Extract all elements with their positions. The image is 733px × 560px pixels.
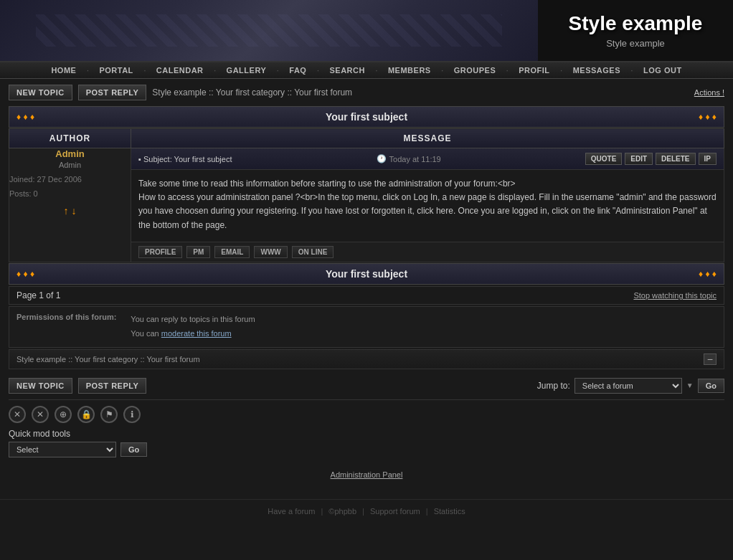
permissions-inner: Permissions of this forum: You can reply… — [16, 313, 717, 341]
pm-button[interactable]: PM — [186, 246, 210, 258]
author-name: Admin — [9, 148, 131, 159]
footer-phpbb[interactable]: ©phpbb — [328, 507, 356, 516]
subject-label: Subject: Your first subject — [143, 155, 232, 163]
stop-watching-link[interactable]: Stop watching this topic — [633, 291, 717, 300]
footer-statistics[interactable]: Statistics — [434, 507, 465, 516]
message-body: Take some time to read this information … — [131, 170, 724, 242]
subject-header-bottom: ♦ ♦ ♦ Your first subject ♦ ♦ ♦ — [9, 263, 724, 285]
jump-to: Jump to: Select a forum ▼ Go — [537, 378, 724, 394]
ip-button[interactable]: IP — [699, 153, 717, 165]
table-row: Admin Admin Joined: 27 Dec 2006 Posts: 0… — [9, 148, 724, 262]
subject-icons-right: ♦ ♦ ♦ — [699, 112, 717, 122]
nav-search[interactable]: SEARCH — [322, 64, 372, 77]
message-time: 🕐 Today at 11:19 — [377, 154, 441, 163]
site-subtitle: Style example — [606, 38, 665, 49]
jump-go-button[interactable]: Go — [698, 379, 724, 393]
actions-link[interactable]: Actions ! — [694, 88, 724, 97]
col-message: Message — [131, 129, 724, 148]
bottom-subject-title: Your first subject — [34, 268, 699, 280]
bottom-toolbar-left: NEW TOPIC POST REPLY — [9, 378, 146, 394]
bottom-toolbar: NEW TOPIC POST REPLY Jump to: Select a f… — [9, 372, 724, 399]
quote-button[interactable]: QUOTE — [585, 153, 623, 165]
main-content: NEW TOPIC POST REPLY Style example :: Yo… — [0, 79, 733, 492]
mod-icons: ✕ ✕ ⊕ 🔒 ⚑ ℹ — [9, 406, 724, 423]
header-title-area: Style example Style example — [538, 0, 733, 61]
author-rank: Admin — [9, 161, 131, 169]
mod-icon-cancel[interactable]: ✕ — [32, 406, 49, 423]
forum-path-text: Style example :: Your first category :: … — [16, 355, 200, 364]
mod-icon-lock[interactable]: 🔒 — [77, 406, 95, 423]
permissions-bar: Permissions of this forum: You can reply… — [9, 306, 724, 348]
perm-line1: You can reply to topics in this forum — [131, 313, 255, 327]
post-reply-button[interactable]: POST REPLY — [78, 85, 147, 100]
nav-calendar[interactable]: CALENDAR — [149, 64, 211, 77]
message-actions: QUOTE EDIT DELETE IP — [585, 153, 717, 165]
page-info: Page 1 of 1 — [16, 290, 60, 300]
nav-bar: HOME · PORTAL · CALENDAR · GALLERY · FAQ… — [0, 62, 733, 79]
nav-groupes[interactable]: GROUPES — [447, 64, 503, 77]
bottom-icons-left: ♦ ♦ ♦ — [16, 269, 34, 279]
mod-icon-flag[interactable]: ⚑ — [100, 406, 118, 423]
nav-messages[interactable]: MESSAGES — [566, 64, 628, 77]
mod-go-button[interactable]: Go — [120, 442, 147, 457]
jump-to-label: Jump to: — [537, 381, 570, 391]
nav-portal[interactable]: PORTAL — [92, 64, 140, 77]
bottom-post-reply-button[interactable]: POST REPLY — [78, 378, 147, 394]
subject-icons-left: ♦ ♦ ♦ — [16, 112, 34, 122]
admin-panel-section: Administration Panel — [9, 463, 724, 486]
bottom-icons-right: ♦ ♦ ♦ — [699, 269, 717, 279]
site-footer: Have a forum | ©phpbb | Support forum | … — [0, 499, 733, 523]
toolbar-left: NEW TOPIC POST REPLY Style example :: Yo… — [9, 85, 352, 100]
message-footer: PROFILE PM EMAIL WWW ON LINE — [131, 242, 724, 262]
quick-mod-section: ✕ ✕ ⊕ 🔒 ⚑ ℹ Quick mod tools Select Go — [9, 399, 724, 463]
post-arrows: ↑ ↓ — [9, 205, 131, 217]
new-topic-button[interactable]: NEW TOPIC — [9, 85, 72, 100]
forum-path-bar: Style example :: Your first category :: … — [9, 349, 724, 369]
edit-button[interactable]: EDIT — [625, 153, 653, 165]
select-arrow-icon: ▼ — [686, 381, 694, 389]
nav-faq[interactable]: FAQ — [282, 64, 313, 77]
nav-profil[interactable]: PROFIL — [511, 64, 557, 77]
post-indicator: ▪ — [138, 155, 143, 163]
mod-select[interactable]: Select — [9, 442, 116, 457]
site-title: Style example — [569, 12, 703, 35]
perm-line2: You can moderate this forum — [131, 327, 255, 341]
col-author: Author — [9, 129, 131, 148]
subject-header: ♦ ♦ ♦ Your first subject ♦ ♦ ♦ — [9, 106, 724, 128]
header-banner — [0, 0, 538, 61]
online-button[interactable]: ON LINE — [292, 246, 334, 258]
author-cell: Admin Admin Joined: 27 Dec 2006 Posts: 0… — [9, 148, 131, 262]
pagination-bar: Page 1 of 1 Stop watching this topic — [9, 286, 724, 305]
admin-panel-link[interactable]: Administration Panel — [331, 470, 403, 479]
breadcrumb: Style example :: Your first category :: … — [152, 87, 352, 98]
footer-support[interactable]: Support forum — [370, 507, 420, 516]
author-joined: Joined: 27 Dec 2006 — [9, 175, 131, 184]
mod-select-row: Select Go — [9, 442, 724, 457]
quick-mod-label: Quick mod tools — [9, 429, 724, 439]
message-subject: ▪ Subject: Your first subject — [138, 155, 232, 163]
permissions-label: Permissions of this forum: — [16, 313, 116, 341]
permissions-text: You can reply to topics in this forum Yo… — [131, 313, 255, 341]
message-header: ▪ Subject: Your first subject 🕐 Today at… — [131, 148, 724, 170]
profile-button[interactable]: PROFILE — [138, 246, 182, 258]
author-posts: Posts: 0 — [9, 189, 131, 198]
nav-home[interactable]: HOME — [44, 64, 83, 77]
mod-icon-info[interactable]: ℹ — [123, 406, 141, 423]
moderate-link[interactable]: moderate this forum — [161, 329, 232, 338]
nav-logout[interactable]: LOG OUT — [636, 64, 689, 77]
subject-title: Your first subject — [34, 111, 699, 123]
mod-icon-add[interactable]: ⊕ — [55, 406, 72, 423]
top-toolbar: NEW TOPIC POST REPLY Style example :: Yo… — [9, 85, 724, 100]
footer-have-forum[interactable]: Have a forum — [268, 507, 315, 516]
delete-button[interactable]: DELETE — [656, 153, 695, 165]
www-button[interactable]: WWW — [254, 246, 287, 258]
email-button[interactable]: EMAIL — [214, 246, 250, 258]
nav-members[interactable]: MEMBERS — [381, 64, 438, 77]
header: Style example Style example — [0, 0, 733, 62]
clock-icon: 🕐 — [377, 154, 387, 163]
bottom-new-topic-button[interactable]: NEW TOPIC — [9, 378, 72, 394]
jump-select[interactable]: Select a forum — [574, 378, 682, 394]
minimize-button[interactable]: − — [704, 353, 717, 365]
mod-icon-close[interactable]: ✕ — [9, 406, 26, 423]
nav-gallery[interactable]: GALLERY — [219, 64, 274, 77]
